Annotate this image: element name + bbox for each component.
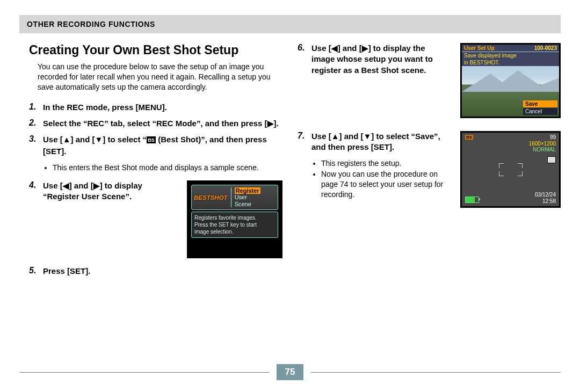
- step-number: 6.: [298, 43, 311, 76]
- page-footer: 75: [0, 364, 580, 380]
- bestshot-logo: BESTSHOT: [194, 194, 228, 201]
- battery-icon: [465, 197, 479, 203]
- overlay-bar: User Set Up 100-0023: [462, 45, 559, 52]
- page-title: Creating Your Own Best Shot Setup: [29, 43, 282, 57]
- svg-marker-3: [462, 70, 559, 92]
- shots-remaining: 99: [529, 134, 556, 141]
- step-number: 7.: [298, 131, 311, 153]
- overlay-line: Save displayed image: [462, 52, 559, 59]
- save-menu: Save Cancel: [523, 100, 557, 115]
- step-number: 5.: [29, 266, 43, 277]
- step-6: 6. Use [◀] and [▶] to display the image …: [298, 43, 451, 76]
- menu-item: Scene: [235, 201, 260, 208]
- bs-icon: BS: [147, 135, 156, 146]
- step-7-bullets: This registers the setup. Now you can us…: [315, 158, 451, 200]
- page-number: 75: [277, 364, 304, 380]
- card-icon: [547, 156, 556, 163]
- time: 12:58: [535, 198, 556, 205]
- status-top-right: 99 1600×1200 NORMAL: [529, 134, 556, 153]
- screenshot-save-scene: User Set Up 100-0023 Save displayed imag…: [460, 43, 561, 118]
- step-7: 7. Use [▲] and [▼] to select “Save”, and…: [298, 131, 451, 153]
- footer-rule: [311, 372, 561, 373]
- quality: NORMAL: [529, 147, 556, 153]
- intro-paragraph: You can use the procedure below to save …: [38, 62, 274, 92]
- bs-badge: BS: [465, 135, 473, 140]
- screenshot-bestshot-menu: BESTSHOT Register User Scene Registers f…: [187, 180, 282, 258]
- step-number: 4.: [29, 180, 43, 202]
- menu-item: User: [235, 194, 260, 201]
- resolution: 1600×1200: [529, 141, 556, 147]
- menu-item-highlight: Register: [235, 187, 260, 194]
- bestshot-caption: Registers favorite images. Press the SET…: [191, 212, 278, 238]
- step-text: Use [◀] and [▶] to display the image who…: [311, 43, 451, 76]
- step-4: 4. Use [◀] and [▶] to display “Register …: [29, 180, 177, 202]
- overlay-line: in BESTSHOT.: [462, 59, 559, 66]
- date: 03/12/24: [535, 192, 556, 198]
- screenshot-rec-screen: BS 99 1600×1200 NORMAL 03/12/24 12:58: [460, 131, 561, 208]
- menu-item-save: Save: [523, 100, 557, 107]
- step-text: Use [▲] and [▼] to select “Save”, and th…: [311, 131, 451, 153]
- bestshot-menu: Register User Scene: [231, 187, 260, 208]
- focus-frame: [499, 163, 523, 176]
- bullet: Now you can use the procedure on page 74…: [321, 169, 451, 200]
- step-number: 2.: [29, 118, 43, 129]
- datetime: 03/12/24 12:58: [535, 192, 556, 204]
- step-text: In the REC mode, press [MENU].: [43, 102, 282, 113]
- bullet: This registers the setup.: [321, 158, 451, 169]
- step-number: 3.: [29, 134, 43, 157]
- overlay-file-number: 100-0023: [534, 45, 557, 51]
- step-3-bullets: This enters the Best Shot mode and displ…: [46, 163, 282, 173]
- section-header: OTHER RECORDING FUNCTIONS: [19, 15, 561, 33]
- step-5: 5. Press [SET].: [29, 266, 282, 277]
- step-3: 3. Use [▲] and [▼] to select “BS (Best S…: [29, 134, 282, 157]
- section-header-text: OTHER RECORDING FUNCTIONS: [27, 20, 155, 28]
- footer-rule: [19, 372, 269, 373]
- step-1: 1. In the REC mode, press [MENU].: [29, 102, 282, 113]
- bullet: This enters the Best Shot mode and displ…: [53, 163, 282, 173]
- mountain-graphic: [462, 70, 559, 92]
- step-text: Select the “REC” tab, select “REC Mode”,…: [43, 118, 282, 129]
- step-text: Use [◀] and [▶] to display “Register Use…: [43, 180, 177, 202]
- right-column: 6. Use [◀] and [▶] to display the image …: [298, 43, 561, 282]
- overlay-title: User Set Up: [464, 45, 495, 51]
- step-number: 1.: [29, 102, 43, 113]
- step-text: Use [▲] and [▼] to select “BS (Best Shot…: [43, 134, 282, 157]
- step-2: 2. Select the “REC” tab, select “REC Mod…: [29, 118, 282, 129]
- step-text: Press [SET].: [43, 266, 282, 277]
- left-column: Creating Your Own Best Shot Setup You ca…: [19, 43, 282, 282]
- menu-item-cancel: Cancel: [523, 108, 557, 115]
- svg-text:BS: BS: [148, 137, 155, 143]
